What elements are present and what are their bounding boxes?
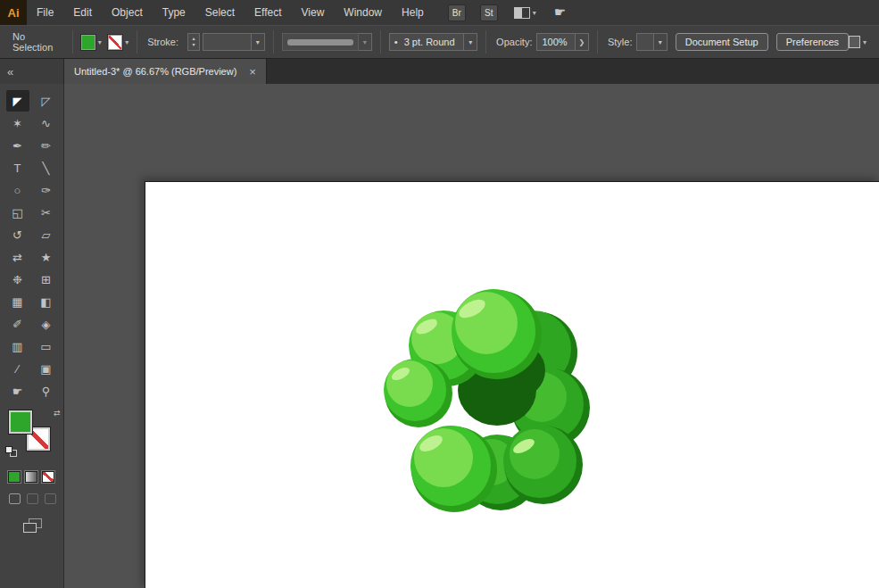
pencil-tool[interactable]: ✏ [35, 135, 58, 156]
live-paint-bucket-tool[interactable]: ▣ [35, 358, 58, 379]
fill-swatch[interactable] [9, 410, 32, 434]
illustrator-window: { "menu_bar": { "logo_text": "Ai", "item… [0, 0, 879, 588]
collapse-panel-icon[interactable]: « [7, 65, 13, 79]
menu-bar: Ai File Edit Object Type Select Effect V… [0, 0, 879, 25]
opacity-chevron[interactable]: ❯ [576, 33, 589, 51]
stepper-down-icon[interactable]: ▾ [193, 42, 195, 48]
ellipse-tool[interactable]: ○ [6, 179, 29, 201]
stroke-weight-chevron[interactable]: ▾ [252, 33, 265, 51]
arrange-documents-button[interactable]: ▾ [514, 7, 536, 19]
line-segment-tool[interactable]: ╲ [35, 157, 58, 178]
lasso-tool[interactable]: ∿ [35, 112, 58, 134]
chevron-down-icon: ▾ [533, 9, 536, 17]
stroke-color-swatch[interactable] [108, 35, 122, 50]
panel-options-icon [849, 36, 860, 48]
zoom-tool[interactable]: ⚲ [35, 380, 58, 402]
brush-definition-dropdown[interactable]: • 3 pt. Round [389, 33, 464, 51]
divider [137, 30, 137, 54]
width-profile-preview [287, 39, 353, 46]
column-graph-tool[interactable]: ▥ [6, 335, 29, 357]
stroke-weight-stepper[interactable]: ▴ ▾ [187, 33, 200, 51]
hand-tool[interactable]: ☛ [6, 380, 29, 402]
fill-chevron-down-icon[interactable]: ▾ [98, 38, 102, 46]
opacity-value-combo[interactable]: 100% [536, 33, 576, 51]
menu-type[interactable]: Type [153, 0, 195, 25]
arrange-documents-icon-fill [515, 8, 522, 18]
eyedropper-tool[interactable]: ✐ [6, 313, 29, 335]
menu-edit[interactable]: Edit [63, 0, 102, 25]
free-transform-tool[interactable]: ★ [35, 246, 58, 268]
type-tool[interactable]: T [6, 157, 29, 178]
default-fill-stroke-icon[interactable] [5, 446, 19, 458]
opacity-label[interactable]: Opacity: [496, 37, 532, 47]
touch-workspace-icon[interactable]: ☛ [554, 4, 566, 21]
stroke-weight-combo[interactable] [203, 33, 252, 51]
screen-mode-button[interactable] [23, 518, 43, 533]
blend-tool[interactable]: ◈ [35, 313, 58, 335]
stroke-chevron-down-icon[interactable]: ▾ [125, 38, 129, 46]
ball-bottom-right-highlight [510, 429, 560, 479]
perspective-grid-tool[interactable]: ⊞ [35, 269, 58, 290]
pen-tool[interactable]: ✒ [6, 135, 29, 156]
stepper-up-icon[interactable]: ▴ [193, 36, 195, 42]
variable-width-profile-dropdown[interactable] [282, 33, 359, 51]
broccoli-artwork[interactable] [383, 281, 597, 513]
preferences-button[interactable]: Preferences [776, 33, 849, 51]
swap-fill-stroke-icon[interactable]: ⇄ [54, 409, 61, 418]
screen-mode-icon-front [23, 523, 37, 533]
style-chevron[interactable]: ▾ [654, 33, 668, 51]
ball-bottom-left-highlight [414, 428, 473, 487]
bridge-button[interactable]: Br [448, 4, 466, 21]
gradient-tool[interactable]: ◧ [35, 291, 58, 312]
menu-file[interactable]: File [27, 0, 63, 25]
chevron-down-icon: ▾ [363, 38, 367, 46]
document-setup-button[interactable]: Document Setup [676, 33, 768, 51]
stroke-label[interactable]: Stroke: [147, 37, 178, 47]
mesh-tool[interactable]: ▦ [6, 291, 29, 312]
tools-panel-collapse[interactable]: « [0, 59, 64, 84]
rotate-tool[interactable]: ↺ [6, 224, 29, 245]
menu-view[interactable]: View [292, 0, 335, 25]
fill-color-swatch[interactable] [81, 35, 95, 50]
document-tab[interactable]: Untitled-3* @ 66.67% (RGB/Preview) × [64, 59, 267, 84]
brush-bullet-icon: • [394, 37, 398, 47]
menu-help[interactable]: Help [392, 0, 434, 25]
slice-tool[interactable]: ∕ [6, 358, 29, 379]
drawing-mode-row [9, 493, 63, 504]
document-tab-bar: « Untitled-3* @ 66.67% (RGB/Preview) × [0, 59, 879, 84]
divider [72, 30, 73, 54]
scissors-tool[interactable]: ✂ [35, 202, 58, 223]
width-profile-chevron[interactable]: ▾ [359, 33, 372, 51]
control-panel-menu[interactable]: ▾ [849, 36, 867, 48]
menu-effect[interactable]: Effect [245, 0, 291, 25]
brush-definition-chevron[interactable]: ▾ [464, 33, 477, 51]
stock-button[interactable]: St [480, 4, 498, 21]
draw-behind-button[interactable] [27, 493, 38, 504]
control-bar: No Selection ▾ ▾ Stroke: ▴ ▾ ▾ ▾ • 3 pt.… [0, 25, 879, 59]
draw-normal-button[interactable] [9, 493, 21, 504]
shape-builder-tool[interactable]: ◱ [6, 202, 29, 223]
color-mode-button[interactable] [8, 471, 21, 483]
menu-window[interactable]: Window [334, 0, 392, 25]
draw-inside-button[interactable] [45, 493, 56, 504]
canvas[interactable] [64, 84, 879, 588]
main-area: ◤ ◸ ✶ ∿ ✒ ✏ T ╲ ○ ✑ ◱ ✂ ↺ ▱ ⇄ ★ ❉ ⊞ ▦ ◧ … [0, 84, 879, 588]
style-label[interactable]: Style: [608, 37, 633, 47]
paintbrush-tool[interactable]: ✑ [35, 179, 58, 201]
symbol-sprayer-tool[interactable]: ❉ [6, 269, 29, 290]
artboard-tool[interactable]: ▭ [35, 335, 58, 357]
menu-object[interactable]: Object [102, 0, 153, 25]
direct-selection-tool[interactable]: ◸ [35, 90, 58, 112]
width-tool[interactable]: ⇄ [6, 246, 29, 268]
magic-wand-tool[interactable]: ✶ [6, 112, 29, 134]
none-mode-button[interactable] [42, 471, 54, 483]
gradient-mode-button[interactable] [25, 471, 37, 483]
selection-tool[interactable]: ◤ [6, 90, 29, 112]
menu-select[interactable]: Select [195, 0, 245, 25]
chevron-down-icon: ▾ [659, 38, 662, 46]
style-combo[interactable] [636, 33, 653, 51]
ball-top-highlight [455, 292, 518, 354]
close-tab-icon[interactable]: × [249, 65, 256, 79]
scale-tool[interactable]: ▱ [35, 224, 58, 245]
chevron-down-icon: ▾ [469, 38, 472, 46]
